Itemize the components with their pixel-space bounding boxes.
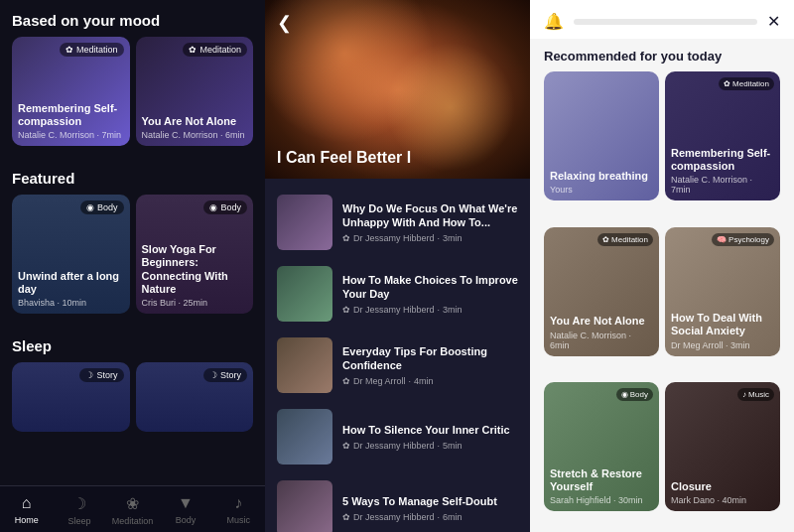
rec-card-1-info: Relaxing breathing Yours bbox=[550, 170, 653, 195]
nav-body[interactable]: ▼ Body bbox=[159, 486, 211, 532]
body-icon-2: ◉ bbox=[209, 202, 217, 212]
rec-card-2-info: Remembering Self-compassion Natalie C. M… bbox=[671, 147, 774, 195]
psychology-badge-icon: 🧠 bbox=[717, 235, 727, 244]
rec-card-3-info: You Are Not Alone Natalie C. Morrison · … bbox=[550, 315, 653, 349]
episode-info-4: How To Silence Your Inner Critic ✿ Dr Je… bbox=[342, 423, 518, 451]
episode-thumb-2 bbox=[277, 266, 332, 322]
episode-thumb-1 bbox=[277, 195, 332, 250]
episode-info-1: Why Do We Focus On What We're Unhappy Wi… bbox=[342, 201, 518, 244]
doctor-icon-4: ✿ bbox=[342, 441, 350, 451]
rec-card-5[interactable]: ◉ Body Stretch & Restore Yourself Sarah … bbox=[544, 382, 659, 511]
featured-card-2-info: Slow Yoga For Beginners: Connecting With… bbox=[142, 243, 248, 308]
meditation-icon: ✿ bbox=[66, 45, 73, 55]
rec-card-3-badge: ✿ Meditation bbox=[597, 233, 653, 246]
home-icon: ⌂ bbox=[22, 494, 32, 512]
body-icon-1: ◉ bbox=[86, 202, 94, 212]
moon-icon-1: ☽ bbox=[85, 370, 93, 380]
rec-card-3[interactable]: ✿ Meditation You Are Not Alone Natalie C… bbox=[544, 227, 659, 356]
rec-card-4-badge: 🧠 Psychology bbox=[712, 233, 774, 246]
mood-section-title: Based on your mood bbox=[0, 0, 265, 37]
episode-thumb-3 bbox=[277, 337, 332, 393]
mood-card-2[interactable]: ✿ Meditation You Are Not Alone Natalie C… bbox=[136, 37, 254, 146]
rec-card-1[interactable]: Relaxing breathing Yours bbox=[544, 71, 659, 200]
right-panel: 🔔 ✕ Recommended for you today Relaxing b… bbox=[530, 0, 794, 532]
notification-icon[interactable]: 🔔 bbox=[544, 12, 564, 31]
search-bar[interactable] bbox=[574, 19, 757, 25]
close-button[interactable]: ✕ bbox=[767, 12, 780, 31]
meditation-nav-icon: ❀ bbox=[126, 494, 139, 513]
sleep-cards: ☽ Story ☽ Story bbox=[0, 362, 265, 432]
nav-home[interactable]: ⌂ Home bbox=[0, 486, 53, 532]
doctor-icon-1: ✿ bbox=[342, 233, 350, 243]
moon-icon-2: ☽ bbox=[209, 370, 217, 380]
middle-panel: ❮ I Can Feel Better I Why Do We Focus On… bbox=[265, 0, 530, 532]
doctor-icon-3: ✿ bbox=[342, 376, 350, 386]
nav-sleep[interactable]: ☽ Sleep bbox=[53, 486, 105, 532]
mood-card-1-info: Remembering Self-compassion Natalie C. M… bbox=[18, 102, 124, 140]
recommended-title: Recommended for you today bbox=[530, 39, 794, 71]
meditation-badge-icon: ✿ bbox=[724, 79, 730, 88]
sleep-icon: ☽ bbox=[72, 494, 86, 513]
back-button[interactable]: ❮ bbox=[277, 12, 292, 34]
episode-item-2[interactable]: How To Make Choices To Improve Your Day … bbox=[265, 258, 530, 330]
mood-card-1[interactable]: ✿ Meditation Remembering Self-compassion… bbox=[12, 37, 130, 146]
episode-meta-2: ✿ Dr Jessamy Hibberd · 3min bbox=[342, 305, 518, 315]
right-header: 🔔 ✕ bbox=[530, 0, 794, 39]
music-nav-icon: ♪ bbox=[234, 494, 242, 512]
rec-card-6[interactable]: ♪ Music Closure Mark Dano · 40min bbox=[665, 382, 780, 511]
rec-card-2[interactable]: ✿ Meditation Remembering Self-compassion… bbox=[665, 71, 780, 200]
featured-cards: ◉ Body Unwind after a long day Bhavisha … bbox=[0, 195, 265, 326]
rec-card-4[interactable]: 🧠 Psychology How To Deal With Social Anx… bbox=[665, 227, 780, 356]
episode-item-5[interactable]: 5 Ways To Manage Self-Doubt ✿ Dr Jessamy… bbox=[265, 472, 530, 532]
featured-card-1-badge: ◉ Body bbox=[80, 200, 124, 214]
sleep-card-1-badge: ☽ Story bbox=[79, 368, 123, 382]
featured-card-1-info: Unwind after a long day Bhavisha · 10min bbox=[18, 270, 124, 308]
episode-thumb-5 bbox=[277, 480, 332, 532]
bottom-nav: ⌂ Home ☽ Sleep ❀ Meditation ▼ Body ♪ Mus… bbox=[0, 485, 265, 532]
featured-card-2-badge: ◉ Body bbox=[203, 200, 247, 214]
meditation-badge-icon-3: ✿ bbox=[602, 235, 609, 244]
episode-thumb-4 bbox=[277, 409, 332, 465]
rec-card-6-badge: ♪ Music bbox=[737, 388, 774, 401]
featured-card-1[interactable]: ◉ Body Unwind after a long day Bhavisha … bbox=[12, 195, 130, 314]
nav-meditation[interactable]: ❀ Meditation bbox=[106, 486, 159, 532]
mood-card-1-meta: Natalie C. Morrison · 7min bbox=[18, 130, 124, 140]
doctor-icon-2: ✿ bbox=[342, 305, 350, 315]
left-panel: Based on your mood ✿ Meditation Remember… bbox=[0, 0, 265, 532]
mood-card-2-meta: Natalie C. Morrison · 6min bbox=[142, 130, 248, 140]
rec-card-5-info: Stretch & Restore Yourself Sarah Highfie… bbox=[550, 467, 653, 505]
body-badge-icon: ◉ bbox=[621, 390, 628, 399]
mood-cards: ✿ Meditation Remembering Self-compassion… bbox=[0, 37, 265, 158]
episode-item-1[interactable]: Why Do We Focus On What We're Unhappy Wi… bbox=[265, 187, 530, 258]
featured-section-title: Featured bbox=[0, 158, 265, 195]
episode-info-5: 5 Ways To Manage Self-Doubt ✿ Dr Jessamy… bbox=[342, 494, 518, 522]
rec-card-5-badge: ◉ Body bbox=[616, 388, 653, 401]
episode-meta-5: ✿ Dr Jessamy Hibberd · 6min bbox=[342, 512, 518, 522]
episode-item-3[interactable]: Everyday Tips For Boosting Confidence ✿ … bbox=[265, 330, 530, 401]
episode-meta-4: ✿ Dr Jessamy Hibberd · 5min bbox=[342, 441, 518, 451]
featured-card-1-meta: Bhavisha · 10min bbox=[18, 298, 124, 308]
rec-card-2-badge: ✿ Meditation bbox=[719, 77, 774, 90]
sleep-card-1[interactable]: ☽ Story bbox=[12, 362, 130, 432]
body-nav-icon: ▼ bbox=[178, 494, 194, 512]
sleep-card-2[interactable]: ☽ Story bbox=[136, 362, 254, 432]
nav-music[interactable]: ♪ Music bbox=[212, 486, 265, 532]
mood-card-2-badge: ✿ Meditation bbox=[183, 43, 247, 57]
sleep-section-title: Sleep bbox=[0, 326, 265, 362]
episode-info-3: Everyday Tips For Boosting Confidence ✿ … bbox=[342, 344, 518, 387]
doctor-icon-5: ✿ bbox=[342, 512, 350, 522]
music-badge-icon: ♪ bbox=[742, 390, 746, 399]
episode-meta-1: ✿ Dr Jessamy Hibberd · 3min bbox=[342, 233, 518, 243]
episode-item-4[interactable]: How To Silence Your Inner Critic ✿ Dr Je… bbox=[265, 401, 530, 472]
recommended-grid: Relaxing breathing Yours ✿ Meditation Re… bbox=[530, 71, 794, 532]
episode-meta-3: ✿ Dr Meg Arroll · 4min bbox=[342, 376, 518, 386]
mood-card-1-badge: ✿ Meditation bbox=[60, 43, 124, 57]
hero-title: I Can Feel Better I bbox=[277, 149, 518, 167]
featured-card-2[interactable]: ◉ Body Slow Yoga For Beginners: Connecti… bbox=[136, 195, 254, 314]
episode-info-2: How To Make Choices To Improve Your Day … bbox=[342, 273, 518, 316]
rec-card-4-info: How To Deal With Social Anxiety Dr Meg A… bbox=[671, 312, 774, 349]
featured-card-2-meta: Cris Buri · 25min bbox=[142, 298, 248, 308]
rec-card-6-info: Closure Mark Dano · 40min bbox=[671, 480, 774, 505]
hero-section: ❮ I Can Feel Better I bbox=[265, 0, 530, 179]
mood-card-2-info: You Are Not Alone Natalie C. Morrison · … bbox=[142, 115, 248, 140]
